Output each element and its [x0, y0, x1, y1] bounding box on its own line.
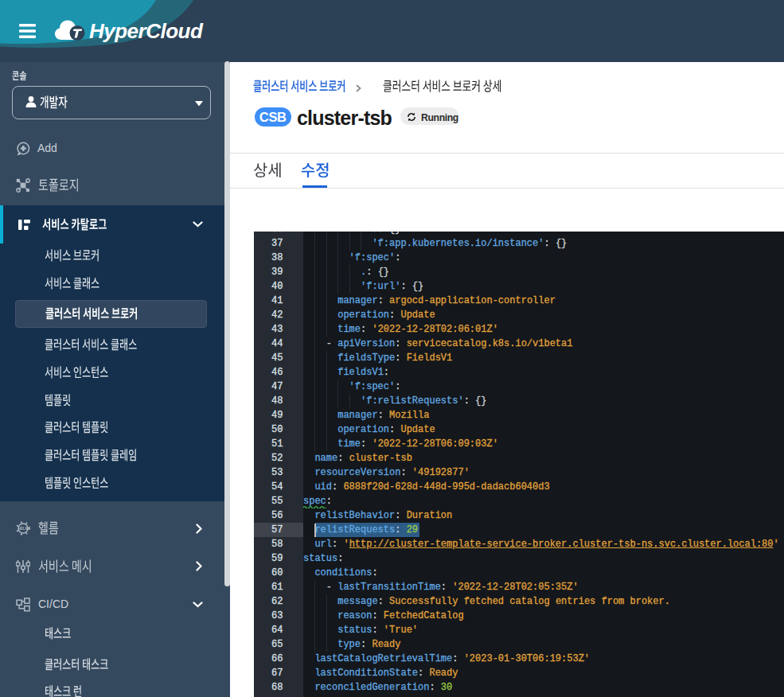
svg-text:HELM: HELM — [18, 527, 28, 531]
